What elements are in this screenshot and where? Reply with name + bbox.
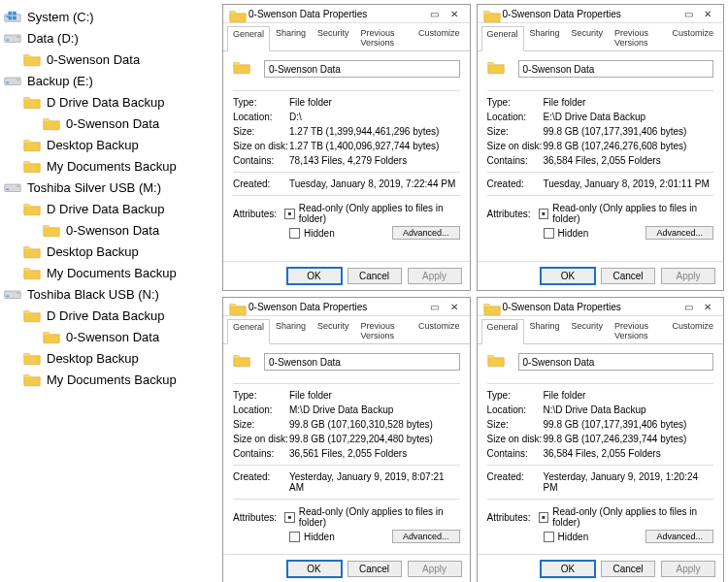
tab-sharing[interactable]: Sharing — [524, 318, 566, 343]
hidden-checkbox[interactable] — [289, 228, 300, 239]
prop-value: N:\D Drive Data Backup — [544, 404, 714, 415]
tree-item[interactable]: D Drive Data Backup — [4, 91, 215, 113]
tree-item[interactable]: Toshiba Silver USB (M:) — [4, 177, 215, 198]
tree-item[interactable]: 0-Swenson Data — [4, 326, 215, 347]
tab-sharing[interactable]: Sharing — [270, 318, 312, 343]
close-icon[interactable]: ✕ — [445, 302, 464, 312]
tree-item[interactable]: D Drive Data Backup — [4, 198, 215, 219]
properties-dialog: 0-Swenson Data Properties▭✕GeneralSharin… — [477, 4, 725, 291]
tab-general[interactable]: General — [227, 319, 270, 344]
maximize-icon[interactable]: ▭ — [678, 9, 698, 19]
maximize-icon[interactable]: ▭ — [425, 9, 445, 19]
ok-button[interactable]: OK — [541, 268, 595, 284]
close-icon[interactable]: ✕ — [698, 302, 717, 312]
folder-icon — [23, 243, 41, 259]
tab-previous-versions[interactable]: Previous Versions — [609, 318, 666, 343]
ok-button[interactable]: OK — [287, 268, 342, 284]
tree-item[interactable]: 0-Swenson Data — [4, 48, 215, 70]
tab-security[interactable]: Security — [566, 318, 610, 343]
prop-label: Location: — [487, 404, 544, 415]
tree-item[interactable]: Desktop Backup — [4, 347, 215, 369]
prop-label: Size on disk: — [487, 141, 544, 151]
prop-label: Location: — [487, 112, 544, 122]
prop-value: E:\D Drive Data Backup — [544, 112, 714, 122]
tree-item[interactable]: Data (D:) — [4, 27, 215, 48]
cancel-button[interactable]: Cancel — [601, 268, 655, 284]
apply-button[interactable]: Apply — [661, 561, 715, 577]
maximize-icon[interactable]: ▭ — [678, 302, 698, 312]
readonly-checkbox[interactable] — [284, 512, 294, 523]
properties-dialog: 0-Swenson Data Properties▭✕GeneralSharin… — [222, 4, 471, 291]
hidden-label: Hidden — [304, 228, 335, 239]
prop-label: Type: — [233, 390, 289, 401]
tree-item[interactable]: My Documents Backup — [4, 262, 215, 283]
cancel-button[interactable]: Cancel — [347, 268, 402, 284]
tab-customize[interactable]: Customize — [666, 318, 719, 343]
tree-item[interactable]: System (C:) — [4, 6, 215, 27]
prop-label: Size: — [233, 419, 289, 430]
ok-button[interactable]: OK — [287, 561, 342, 577]
folder-name-input[interactable] — [264, 353, 460, 371]
tab-security[interactable]: Security — [566, 25, 610, 50]
tree-item[interactable]: 0-Swenson Data — [4, 113, 215, 134]
apply-button[interactable]: Apply — [408, 268, 462, 284]
apply-button[interactable]: Apply — [408, 561, 462, 577]
tree-item[interactable]: Desktop Backup — [4, 241, 215, 262]
readonly-label: Read-only (Only applies to files in fold… — [299, 203, 460, 224]
tab-customize[interactable]: Customize — [413, 318, 466, 343]
tree-item[interactable]: 0-Swenson Data — [4, 219, 215, 241]
prop-value: 1.27 TB (1,399,944,461,296 bytes) — [289, 126, 460, 137]
tab-sharing[interactable]: Sharing — [270, 25, 312, 50]
tab-customize[interactable]: Customize — [413, 25, 466, 50]
prop-value: D:\ — [289, 112, 460, 122]
tab-customize[interactable]: Customize — [666, 25, 719, 50]
hidden-checkbox[interactable] — [544, 532, 554, 542]
hidden-checkbox[interactable] — [289, 532, 300, 542]
tab-previous-versions[interactable]: Previous Versions — [609, 25, 666, 50]
tree-item[interactable]: Desktop Backup — [4, 134, 215, 155]
tree-item[interactable]: Backup (E:) — [4, 70, 215, 91]
tree-item[interactable]: D Drive Data Backup — [4, 305, 215, 326]
advanced-button[interactable]: Advanced... — [392, 530, 460, 543]
cancel-button[interactable]: Cancel — [347, 561, 402, 577]
readonly-label: Read-only (Only applies to files in fold… — [299, 506, 460, 528]
tab-general[interactable]: General — [481, 26, 524, 51]
hidden-checkbox[interactable] — [544, 228, 554, 239]
tree-item[interactable]: Toshiba Black USB (N:) — [4, 283, 215, 305]
folder-name-input[interactable] — [518, 60, 714, 78]
advanced-button[interactable]: Advanced... — [645, 226, 713, 240]
tab-bar: GeneralSharingSecurityPrevious VersionsC… — [223, 23, 470, 51]
apply-button[interactable]: Apply — [661, 268, 715, 284]
close-icon[interactable]: ✕ — [698, 9, 717, 19]
folder-icon — [23, 350, 41, 366]
tree-item[interactable]: My Documents Backup — [4, 155, 215, 177]
folder-tree: System (C:)Data (D:)0-Swenson DataBackup… — [0, 0, 218, 582]
readonly-checkbox[interactable] — [539, 512, 548, 523]
prop-label: Size: — [487, 419, 544, 430]
tree-item-label: My Documents Backup — [47, 266, 177, 280]
tab-security[interactable]: Security — [312, 318, 355, 343]
prop-label: Size on disk: — [233, 141, 289, 151]
folder-name-input[interactable] — [518, 353, 714, 371]
tree-item[interactable]: My Documents Backup — [4, 369, 215, 390]
folder-name-input[interactable] — [264, 60, 460, 78]
tab-general[interactable]: General — [227, 26, 270, 51]
tab-previous-versions[interactable]: Previous Versions — [355, 318, 413, 343]
advanced-button[interactable]: Advanced... — [645, 530, 713, 543]
disk-icon — [4, 73, 21, 88]
tab-sharing[interactable]: Sharing — [524, 25, 566, 50]
ok-button[interactable]: OK — [541, 561, 595, 577]
close-icon[interactable]: ✕ — [445, 9, 464, 19]
readonly-checkbox[interactable] — [539, 209, 548, 219]
readonly-checkbox[interactable] — [284, 209, 294, 219]
prop-value: 36,584 Files, 2,055 Folders — [544, 155, 714, 166]
advanced-button[interactable]: Advanced... — [392, 226, 460, 240]
tab-security[interactable]: Security — [312, 25, 355, 50]
tab-previous-versions[interactable]: Previous Versions — [355, 25, 413, 50]
hidden-label: Hidden — [558, 228, 589, 239]
prop-label: Created: — [233, 178, 289, 189]
maximize-icon[interactable]: ▭ — [425, 302, 445, 312]
folder-icon — [23, 265, 41, 280]
tab-general[interactable]: General — [481, 319, 524, 344]
cancel-button[interactable]: Cancel — [601, 561, 655, 577]
